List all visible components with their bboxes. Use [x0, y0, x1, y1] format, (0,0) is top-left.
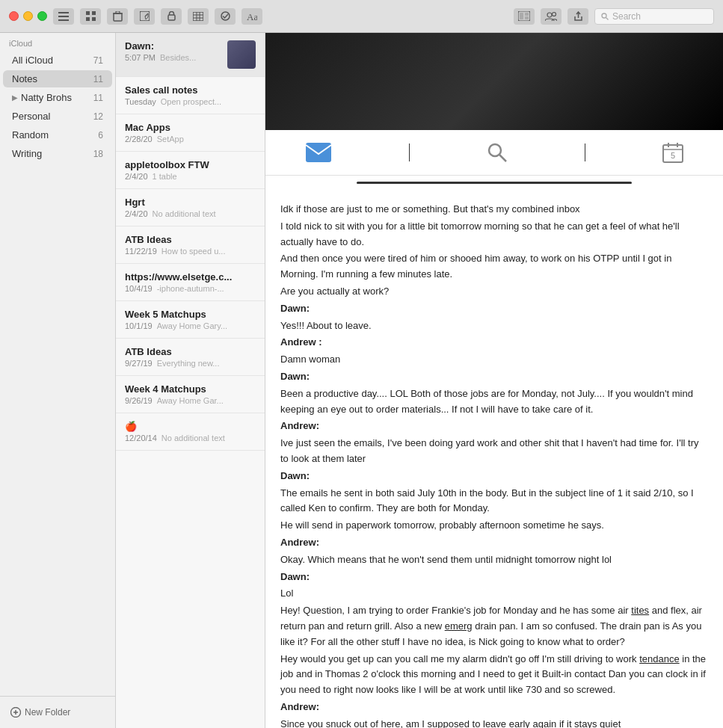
sidebar-item-natty-brohs-label: Natty Brohs — [21, 92, 93, 103]
minimize-button[interactable] — [23, 11, 33, 21]
note-preview: SetApp — [157, 135, 256, 144]
note-preview: No additional text — [161, 434, 256, 442]
chat-message: Yes!!! About to leave. — [280, 318, 708, 334]
toolbar-divider-2 — [585, 144, 585, 161]
chat-speaker: Andrew: — [280, 419, 708, 434]
sidebar-item-writing-count: 18 — [93, 149, 103, 159]
chat-message: Damn woman — [280, 352, 708, 368]
svg-text:Aa: Aa — [247, 11, 257, 21]
chat-message: Idk if those are just to me or something… — [280, 202, 708, 218]
sidebar-item-all-icloud-count: 71 — [93, 55, 103, 66]
svg-rect-12 — [168, 15, 175, 20]
svg-point-25 — [553, 13, 556, 16]
note-avatar — [227, 40, 256, 69]
note-list-item-note-sales[interactable]: Sales call notes Tuesday Open prospect..… — [116, 77, 265, 114]
note-preview: How to speed u... — [161, 247, 256, 256]
gallery-button[interactable] — [514, 8, 535, 25]
note-list-item-note-atb2[interactable]: ATB Ideas 9/27/19 Everything new... — [116, 339, 265, 376]
note-content[interactable]: Idk if those are just to me or something… — [265, 190, 723, 728]
note-list-item-note-week4[interactable]: Week 4 Matchups 9/26/19 Away Home Gar... — [116, 376, 265, 413]
note-list-item-note-apple[interactable]: 🍎 12/20/14 No additional text — [116, 413, 265, 451]
search-placeholder: Search — [612, 11, 641, 22]
note-title: Dawn: — [125, 40, 223, 52]
svg-rect-32 — [306, 143, 331, 162]
svg-rect-13 — [193, 12, 203, 21]
close-button[interactable] — [9, 11, 19, 21]
font-button[interactable]: Aa — [241, 8, 262, 25]
note-title: appletoolbox FTW — [125, 159, 256, 170]
sidebar-item-all-icloud[interactable]: All iCloud 71 — [3, 52, 112, 69]
note-title: https://www.elsetge.c... — [125, 271, 256, 283]
svg-rect-6 — [92, 17, 96, 21]
sidebar-item-personal[interactable]: Personal 12 — [3, 108, 112, 125]
compose-button[interactable] — [134, 8, 155, 25]
sidebar-item-notes[interactable]: Notes 11 — [3, 70, 112, 87]
chat-message: Hey would you get up can you call me my … — [280, 652, 708, 698]
sidebar-item-notes-count: 11 — [93, 74, 103, 84]
search-detail-icon[interactable] — [484, 139, 511, 166]
note-date: Tuesday — [125, 97, 156, 106]
chat-message: Ive just seen the emails, I've been doin… — [280, 436, 708, 467]
svg-point-27 — [602, 13, 606, 18]
calendar-icon[interactable]: 5 — [659, 139, 686, 166]
delete-button[interactable] — [107, 8, 128, 25]
note-list-item-note-dawn[interactable]: Dawn: 5:07 PM Besides... — [116, 33, 265, 77]
svg-line-28 — [606, 17, 609, 19]
chat-message: He will send in paperwork tomorrow, prob… — [280, 518, 708, 534]
sidebar-footer: New Folder — [0, 696, 115, 728]
chat-speaker: Dawn: — [280, 369, 708, 385]
note-date: 10/4/19 — [125, 284, 153, 293]
toolbar-divider — [409, 144, 410, 161]
mail-icon[interactable] — [302, 139, 335, 166]
note-list-item-note-hgrt[interactable]: Hgrt 2/4/20 No additional text — [116, 189, 265, 226]
svg-rect-21 — [520, 13, 523, 19]
svg-rect-23 — [525, 16, 529, 19]
maximize-button[interactable] — [37, 11, 47, 21]
note-date: 9/26/19 — [125, 396, 153, 405]
sidebar-item-personal-label: Personal — [12, 111, 93, 122]
note-list-item-note-appletoolbox[interactable]: appletoolbox FTW 2/4/20 1 table — [116, 152, 265, 189]
search-box[interactable]: Search — [594, 8, 714, 25]
share-button[interactable] — [567, 8, 588, 25]
note-title: ATB Ideas — [125, 346, 256, 357]
new-folder-button[interactable]: New Folder — [6, 704, 109, 721]
sidebar-item-random-count: 6 — [98, 130, 103, 141]
sidebar-item-writing-label: Writing — [12, 148, 93, 159]
chat-speaker: Andrew: — [280, 700, 708, 715]
note-preview: Open prospect... — [161, 97, 256, 106]
note-title: ATB Ideas — [125, 234, 256, 245]
svg-rect-2 — [58, 19, 69, 21]
notes-list[interactable]: Dawn: 5:07 PM Besides... Sales call note… — [116, 33, 265, 728]
traffic-lights — [9, 11, 47, 21]
chat-message: The emails he sent in both said July 10t… — [280, 486, 708, 517]
sidebar-toggle-button[interactable] — [53, 8, 74, 25]
note-list-item-note-week5[interactable]: Week 5 Matchups 10/1/19 Away Home Gary..… — [116, 301, 265, 339]
note-preview: Away Home Gary... — [157, 321, 256, 330]
main-content: iCloud All iCloud 71 Notes 11 ▶ Natty Br… — [0, 33, 723, 728]
note-preview: -iphone-autumn-... — [157, 284, 256, 293]
note-preview: 1 table — [153, 172, 256, 181]
sidebar-item-natty-brohs-count: 11 — [93, 93, 103, 103]
note-list-item-note-atb1[interactable]: ATB Ideas 11/22/19 How to speed u... — [116, 226, 265, 264]
note-list-item-note-mac[interactable]: Mac Apps 2/28/20 SetApp — [116, 114, 265, 152]
note-header-image — [265, 33, 723, 130]
sidebar-item-natty-brohs[interactable]: ▶ Natty Brohs 11 — [3, 89, 112, 106]
note-title: Week 4 Matchups — [125, 383, 256, 395]
chat-message: Okay. Which means that he won't send the… — [280, 552, 708, 568]
note-date: 9/27/19 — [125, 359, 153, 368]
note-title: 🍎 — [125, 421, 256, 432]
note-list-item-note-https[interactable]: https://www.elsetge.c... 10/4/19 -iphone… — [116, 264, 265, 301]
expand-arrow-icon: ▶ — [12, 93, 18, 102]
note-date: 10/1/19 — [125, 321, 153, 330]
sidebar-item-writing[interactable]: Writing 18 — [3, 145, 112, 162]
sidebar-item-all-icloud-label: All iCloud — [12, 55, 93, 66]
sidebar-item-random[interactable]: Random 6 — [3, 126, 112, 144]
lock-button[interactable] — [161, 8, 182, 25]
svg-rect-9 — [116, 11, 120, 13]
people-button[interactable] — [541, 8, 562, 25]
grid-view-button[interactable] — [80, 8, 101, 25]
check-button[interactable] — [215, 8, 236, 25]
table-button[interactable] — [188, 8, 209, 25]
note-date: 2/4/20 — [125, 172, 148, 181]
chat-speaker: Dawn: — [280, 469, 708, 484]
